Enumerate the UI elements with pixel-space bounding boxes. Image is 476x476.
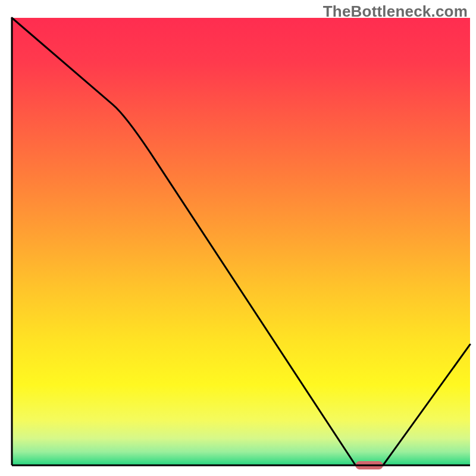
chart-svg [0, 0, 476, 476]
watermark-label: TheBottleneck.com [323, 2, 468, 21]
bottleneck-chart: TheBottleneck.com [0, 0, 476, 476]
plot-background [12, 18, 470, 465]
